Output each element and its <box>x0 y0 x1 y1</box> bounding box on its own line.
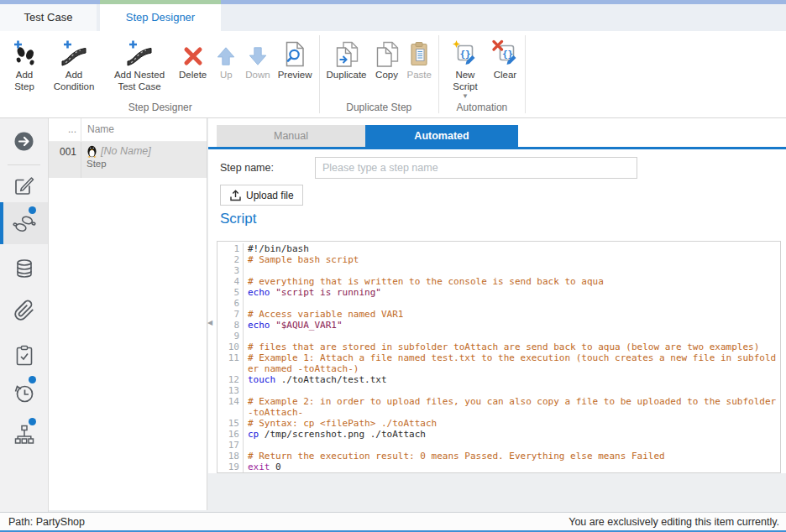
ribbon-button-label: Delete <box>179 70 207 81</box>
upload-file-button[interactable]: Upload file <box>220 185 303 206</box>
paste-icon <box>407 41 431 67</box>
left-sidebar <box>0 118 49 512</box>
status-path: Path: PartyShop <box>8 516 85 528</box>
code-line: 14# Example 2: in order to upload files,… <box>217 396 780 418</box>
code-text: # Return the execution result: 0 means P… <box>244 451 780 462</box>
ribbon-group-duplicate-step: DuplicateCopyPasteDuplicate Step <box>322 31 437 117</box>
sidebar-item-history[interactable] <box>0 382 48 404</box>
ribbon-button-label: Preview <box>278 70 312 81</box>
ribbon-group-label: Duplicate Step <box>324 100 434 117</box>
status-editing-message: You are exclusively editing this item cu… <box>569 516 779 528</box>
ribbon-group-separator <box>319 35 320 113</box>
code-text: # Sample bash script <box>244 254 780 265</box>
dropdown-arrow-icon: ▼ <box>462 94 469 99</box>
line-number: 5 <box>217 287 244 298</box>
sidebar-item-steps[interactable] <box>0 212 48 235</box>
up-icon <box>214 45 238 67</box>
ribbon-copy-button[interactable]: Copy <box>372 36 402 82</box>
column-header-menu[interactable]: ... <box>49 118 81 141</box>
step-list-panel: ... Name 001 <box>49 118 207 510</box>
code-text: # files that are stored in subfolder toA… <box>244 342 780 352</box>
code-line: 16cp /tmp/screnshot.png ./toAttach <box>217 429 780 440</box>
script-section-heading: Script <box>220 211 256 227</box>
code-line: 4# everything that is written to the con… <box>217 276 780 287</box>
code-line: 10# files that are stored in subfolder t… <box>217 342 780 352</box>
ribbon-paste-button: Paste <box>405 36 434 82</box>
ribbon-button-label: Add Nested Test Case <box>107 70 171 92</box>
preview-icon <box>283 41 307 67</box>
column-header-name[interactable]: Name <box>81 118 207 141</box>
history-icon <box>13 382 35 404</box>
sidebar-item-checklist[interactable] <box>0 345 48 368</box>
line-number: 6 <box>217 298 244 309</box>
line-number: 18 <box>217 451 244 462</box>
ribbon-add-nested-test-case-button[interactable]: Add Nested Test Case <box>105 36 174 93</box>
new-script-icon: {} <box>452 39 478 67</box>
code-text: # Access variable named VAR1 <box>244 309 780 320</box>
duplicate-icon <box>334 41 359 67</box>
sidebar-item-navigate[interactable] <box>0 130 48 153</box>
step-list-row[interactable]: 001 <box>49 142 207 178</box>
code-text: # everything that is written to the cons… <box>244 276 780 287</box>
code-text: exit 0 <box>244 462 780 472</box>
sidebar-item-edit[interactable] <box>0 174 48 196</box>
ribbon-button-label: Copy <box>375 70 398 81</box>
ribbon-button-label: Paste <box>407 70 432 81</box>
code-text <box>244 440 780 451</box>
ribbon-add-condition-button[interactable]: Add Condition <box>45 36 102 93</box>
tab-automated[interactable]: Automated <box>365 125 518 147</box>
notification-badge <box>29 206 36 214</box>
tab-manual[interactable]: Manual <box>217 125 365 147</box>
ribbon-delete-button[interactable]: Delete <box>176 36 209 82</box>
sidebar-item-data[interactable] <box>0 258 48 280</box>
ribbon-group-label: Step Designer <box>6 100 315 117</box>
status-bar: Path: PartyShop You are exclusively edit… <box>0 512 786 532</box>
clipboard-check-icon <box>13 345 35 368</box>
ribbon-duplicate-button[interactable]: Duplicate <box>324 36 369 82</box>
sidebar-item-dependencies[interactable] <box>0 424 48 446</box>
sidebar-item-attachments[interactable] <box>0 300 48 322</box>
line-number: 1 <box>217 243 244 254</box>
add-step-icon <box>12 39 37 67</box>
step-type-label: Step <box>86 159 207 169</box>
sidebar-separator <box>8 164 40 165</box>
delete-icon <box>182 45 204 67</box>
ribbon-group-separator <box>438 35 439 113</box>
code-line: 2# Sample bash script <box>217 254 780 265</box>
ribbon-group-step-designer: Add StepAdd ConditionAdd Nested Test Cas… <box>3 31 317 117</box>
tab-test-case[interactable]: Test Case <box>0 4 97 31</box>
line-number: 9 <box>217 331 244 342</box>
ribbon-group-label: Automation <box>443 100 521 117</box>
ribbon-toolbar: Add StepAdd ConditionAdd Nested Test Cas… <box>0 31 786 118</box>
code-text: # Syntax: cp <filePath> ./toAttach <box>244 418 780 429</box>
code-line: 5echo "script is running" <box>217 287 780 298</box>
line-number: 4 <box>217 276 244 287</box>
down-icon <box>246 45 270 67</box>
code-line: 1#!/bin/bash <box>217 243 780 254</box>
ribbon-new-script-button[interactable]: {}New Script▼ <box>443 36 487 100</box>
ribbon-preview-button[interactable]: Preview <box>275 36 315 82</box>
line-number: 10 <box>217 342 244 352</box>
collapse-panel-handle[interactable]: ◀ <box>207 315 216 330</box>
code-line: 17 <box>217 440 780 451</box>
edit-icon <box>13 174 35 196</box>
line-number: 3 <box>217 265 244 276</box>
notification-badge <box>29 418 36 425</box>
code-text: # Example 2: in order to upload files, y… <box>244 396 780 418</box>
script-code-editor[interactable]: 1#!/bin/bash2# Sample bash script3 4# ev… <box>217 241 781 473</box>
linux-penguin-icon <box>86 144 97 158</box>
code-line: 18# Return the execution result: 0 means… <box>217 451 780 462</box>
mode-tabs: Manual Automated <box>217 125 518 147</box>
ribbon-add-step-button[interactable]: Add Step <box>6 36 43 93</box>
paperclip-icon <box>13 300 35 322</box>
line-number: 12 <box>217 374 244 385</box>
line-number: 16 <box>217 429 244 440</box>
line-number: 8 <box>217 320 244 331</box>
tab-step-designer[interactable]: Step Designer <box>100 4 221 31</box>
hierarchy-icon <box>13 424 35 446</box>
code-text: #!/bin/bash <box>244 243 780 254</box>
code-line: 13 <box>217 385 780 396</box>
code-line: 3 <box>217 265 780 276</box>
step-name-input[interactable] <box>315 157 637 179</box>
ribbon-clear-button[interactable]: {}Clear <box>490 36 521 82</box>
